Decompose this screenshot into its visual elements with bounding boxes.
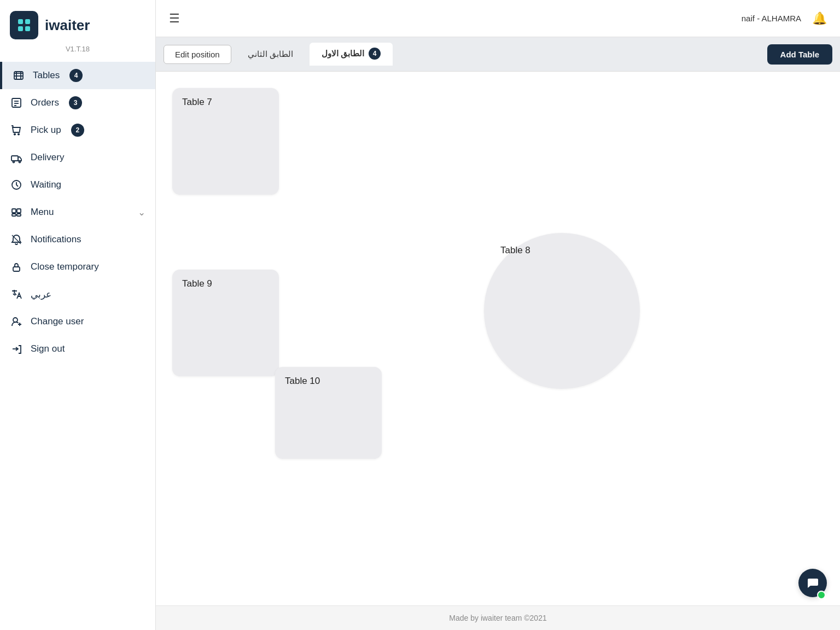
svg-rect-24 [13, 267, 20, 271]
logo-icon [10, 11, 38, 39]
change-user-icon [10, 315, 23, 328]
sidebar-item-menu[interactable]: Menu ⌄ [0, 199, 155, 226]
sidebar-item-tables[interactable]: Tables 4 [0, 62, 155, 89]
menu-toggle-icon[interactable]: ☰ [169, 11, 180, 26]
tab-floor2-label: الطابق الثاني [248, 49, 293, 59]
translate-icon [10, 288, 23, 301]
chat-button[interactable] [798, 569, 827, 597]
footer: Made by iwaiter team ©2021 [156, 605, 840, 630]
tab-floor2[interactable]: الطابق الثاني [236, 44, 305, 64]
sidebar-item-pickup[interactable]: Pick up 2 [0, 116, 155, 144]
orders-badge: 3 [69, 96, 82, 109]
sidebar-item-notifications-label: Notifications [31, 234, 81, 245]
sidebar: iwaiter V1.T.18 Tables 4 Or [0, 0, 156, 630]
svg-rect-2 [18, 26, 23, 31]
user-info: naif - ALHAMRA [742, 14, 801, 23]
topbar: ☰ naif - ALHAMRA 🔔 [156, 0, 840, 37]
svg-point-14 [18, 133, 19, 135]
sidebar-item-change-user-label: Change user [31, 316, 84, 327]
sign-out-icon [10, 342, 23, 355]
orders-icon [10, 96, 23, 109]
tab-floor1-label: الطابق الاول [322, 49, 364, 59]
table-9-label: Table 9 [182, 278, 212, 289]
app-logo-text: iwaiter [45, 17, 90, 34]
topbar-right: naif - ALHAMRA 🔔 [742, 11, 827, 26]
delivery-icon [10, 151, 23, 164]
table-card-10[interactable]: Table 10 [275, 367, 382, 459]
table-card-7[interactable]: Table 7 [172, 88, 279, 195]
svg-rect-21 [12, 214, 16, 216]
bell-icon[interactable]: 🔔 [812, 11, 827, 26]
sidebar-header: iwaiter [0, 0, 155, 45]
chevron-down-icon: ⌄ [138, 207, 145, 218]
sidebar-item-waiting-label: Waiting [31, 179, 61, 190]
sidebar-item-arabic[interactable]: عربي [0, 281, 155, 308]
tables-icon [12, 69, 25, 82]
svg-rect-3 [25, 26, 30, 31]
table-7-label: Table 7 [182, 97, 212, 108]
sidebar-item-arabic-label: عربي [31, 289, 51, 300]
footer-text: Made by iwaiter team ©2021 [449, 614, 546, 622]
sidebar-item-change-user[interactable]: Change user [0, 308, 155, 335]
svg-rect-1 [25, 19, 30, 24]
sidebar-item-orders[interactable]: Orders 3 [0, 89, 155, 116]
sidebar-item-orders-label: Orders [31, 97, 59, 108]
content-area: Edit position الطابق الثاني الطابق الاول… [156, 37, 840, 630]
sidebar-item-close-temporary[interactable]: Close temporary [0, 253, 155, 281]
sidebar-item-waiting[interactable]: Waiting [0, 171, 155, 199]
sidebar-nav: Tables 4 Orders 3 [0, 59, 155, 630]
edit-position-button[interactable]: Edit position [164, 45, 231, 64]
svg-point-13 [14, 133, 15, 135]
lock-icon [10, 260, 23, 273]
pickup-icon [10, 124, 23, 137]
tables-badge: 4 [69, 69, 83, 82]
tabs-bar: Edit position الطابق الثاني الطابق الاول… [156, 37, 840, 72]
app-version: V1.T.18 [0, 45, 155, 59]
svg-point-16 [13, 161, 15, 163]
sidebar-item-sign-out-label: Sign out [31, 343, 65, 354]
sidebar-item-sign-out[interactable]: Sign out [0, 335, 155, 363]
pickup-badge: 2 [71, 124, 84, 137]
menu-item-icon [10, 206, 23, 219]
table-8-label: Table 8 [500, 245, 530, 256]
svg-rect-22 [17, 214, 21, 216]
tab-floor1-badge: 4 [369, 48, 381, 60]
waiting-icon [10, 178, 23, 191]
sidebar-item-menu-label: Menu [31, 207, 54, 218]
tab-floor1[interactable]: الطابق الاول 4 [310, 43, 393, 66]
add-table-button[interactable]: Add Table [767, 44, 832, 65]
sidebar-item-notifications[interactable]: Notifications [0, 226, 155, 253]
notifications-icon [10, 233, 23, 246]
table-card-9[interactable]: Table 9 [172, 270, 279, 376]
table-card-8[interactable]: Table 8 [484, 233, 640, 389]
svg-point-25 [13, 318, 18, 322]
sidebar-item-close-temporary-label: Close temporary [31, 261, 99, 272]
svg-rect-19 [12, 209, 16, 213]
sidebar-item-tables-label: Tables [33, 70, 60, 81]
svg-rect-15 [11, 156, 18, 161]
main-content: ☰ naif - ALHAMRA 🔔 Edit position الطابق … [156, 0, 840, 630]
table-area: Table 7 Table 8 Table 9 Table 10 [156, 72, 840, 605]
sidebar-item-pickup-label: Pick up [31, 125, 61, 136]
sidebar-item-delivery[interactable]: Delivery [0, 144, 155, 171]
svg-rect-20 [17, 209, 21, 213]
svg-rect-0 [18, 19, 23, 24]
sidebar-item-delivery-label: Delivery [31, 152, 64, 163]
table-10-label: Table 10 [285, 376, 320, 387]
svg-point-17 [19, 161, 21, 163]
